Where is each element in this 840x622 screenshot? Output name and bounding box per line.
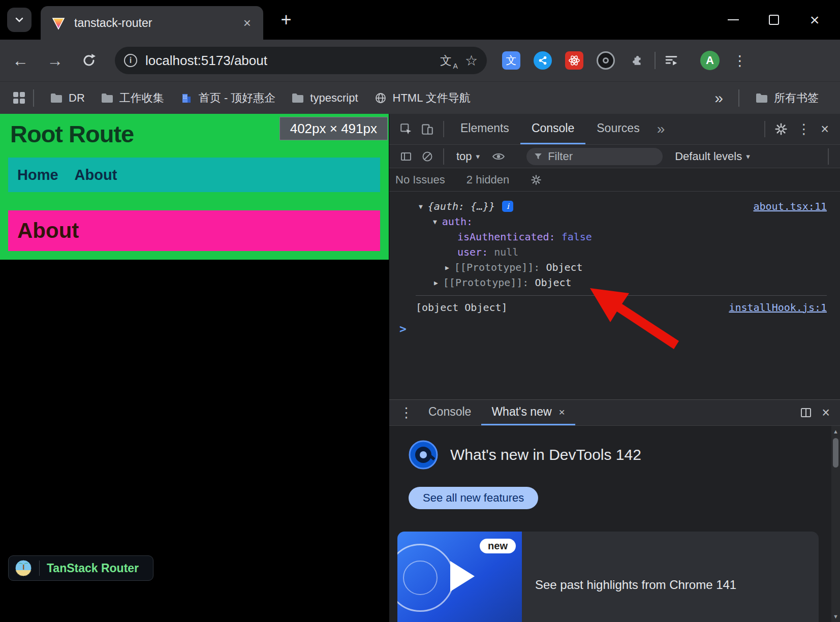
devtools-close-icon[interactable]: × [816, 121, 834, 137]
bookmark-star-icon[interactable]: ☆ [465, 52, 478, 69]
scrollbar-thumb[interactable] [833, 438, 838, 468]
url-text[interactable]: localhost:5173/about [145, 53, 432, 69]
prototype-key[interactable]: [[Prototype]]: [443, 276, 529, 289]
live-expression-eye-icon[interactable] [488, 146, 509, 167]
nav-link-home[interactable]: Home [17, 167, 58, 183]
hidden-messages-counter[interactable]: 2 hidden [466, 173, 509, 186]
console-prompt-row[interactable]: > [389, 321, 840, 336]
translate-extension-icon[interactable]: 文 [502, 51, 520, 70]
bookmark-item-work[interactable]: 工作收集 [93, 87, 172, 109]
split-panel-icon[interactable] [795, 402, 817, 423]
folder-icon [50, 93, 63, 103]
drawer-tab-console[interactable]: Console [418, 400, 481, 425]
extensions-puzzle-icon[interactable] [628, 51, 646, 70]
tab-search-button[interactable] [7, 8, 32, 32]
apps-grid-icon[interactable] [13, 92, 25, 104]
site-info-icon[interactable]: i [124, 54, 137, 67]
profile-avatar[interactable]: A [700, 51, 720, 70]
highlights-card[interactable]: new See past highlights from Chrome 141 [397, 532, 819, 622]
status-settings-gear-icon[interactable] [531, 174, 542, 185]
tanstack-router-devtools-badge[interactable]: TanStack Router [8, 555, 153, 581]
scroll-up-icon[interactable]: ▲ [833, 426, 838, 437]
new-tab-button[interactable]: + [273, 7, 299, 33]
clear-console-icon[interactable] [417, 146, 438, 167]
console-log-row: [object Object] installHook.js:1 [389, 300, 840, 315]
maximize-button[interactable] [754, 0, 794, 40]
whats-new-title: What's new in DevTools 142 [450, 446, 641, 463]
bookmark-item-html-nav[interactable]: HTML 文件导航 [366, 87, 479, 109]
url-bar[interactable]: i localhost:5173/about 文A ☆ [115, 47, 487, 74]
console-status-bar: No Issues 2 hidden [389, 168, 840, 192]
record-extension-icon[interactable] [597, 51, 615, 70]
console-filter[interactable] [526, 148, 663, 165]
devtools-settings-gear-icon[interactable] [770, 118, 792, 140]
media-playlist-icon[interactable] [664, 53, 679, 68]
react-devtools-extension-icon[interactable] [565, 51, 583, 70]
drawer-close-icon[interactable]: × [817, 405, 835, 421]
badge-divider [39, 561, 40, 576]
expand-open-icon[interactable]: ▼ [433, 218, 437, 226]
back-button[interactable]: ← [12, 51, 28, 70]
expand-open-icon[interactable]: ▼ [419, 203, 423, 210]
context-selector[interactable]: top ▾ [456, 150, 480, 163]
chevron-down-icon: ▾ [746, 152, 750, 161]
close-window-button[interactable]: × [794, 0, 835, 40]
close-tab-icon[interactable]: × [559, 406, 565, 418]
tab-close-icon[interactable]: × [241, 15, 253, 31]
bookmarks-separator [33, 89, 34, 107]
bookmark-all-bookmarks[interactable]: 所有书签 [748, 87, 827, 109]
share-extension-icon[interactable] [534, 51, 552, 70]
property-key[interactable]: auth: [442, 215, 473, 228]
source-location-link[interactable]: about.tsx:11 [754, 200, 827, 212]
highlights-card-image: new [397, 532, 522, 622]
bookmark-item-homepage[interactable]: 首页 - 顶好惠企 [172, 87, 284, 109]
console-output: ▼ {auth: {…}} i about.tsx:11 ▼ auth: isA… [389, 192, 840, 399]
filter-input[interactable] [548, 150, 656, 163]
whats-new-panel: What's new in DevTools 142 See all new f… [389, 426, 840, 622]
tab-sources[interactable]: Sources [585, 114, 650, 144]
info-badge-icon[interactable]: i [502, 201, 513, 212]
inspect-element-icon[interactable] [395, 118, 417, 140]
forward-button[interactable]: → [47, 51, 63, 70]
page-nav: Home About [8, 158, 380, 192]
devtools-tabbar: Elements Console Sources » ⋮ × [389, 114, 840, 145]
issues-counter[interactable]: No Issues [395, 173, 445, 186]
chevron-down-icon [13, 14, 25, 26]
levels-label: Default levels [675, 150, 742, 163]
expand-closed-icon[interactable]: ▶ [445, 264, 449, 271]
screenshot-root: { "colors": { "page_green": "#1bc849", "… [0, 0, 840, 622]
console-sidebar-toggle-icon[interactable] [395, 146, 417, 167]
see-all-new-features-button[interactable]: See all new features [409, 487, 538, 509]
bookmarks-overflow-chevron-icon[interactable]: » [707, 89, 730, 107]
bookmark-item-typescript[interactable]: typescript [284, 87, 366, 109]
prototype-key[interactable]: [[Prototype]]: [454, 261, 540, 273]
device-toolbar-icon[interactable] [417, 118, 438, 140]
object-preview[interactable]: {auth: {…}} [428, 200, 495, 212]
expand-closed-icon[interactable]: ▶ [434, 279, 438, 287]
tab-console[interactable]: Console [520, 114, 585, 144]
bookmark-label: 工作收集 [119, 90, 164, 106]
reload-button[interactable] [81, 53, 97, 68]
scrollbar[interactable]: ▲ ▼ [831, 426, 840, 622]
decorative-ring [397, 544, 454, 612]
drawer-tab-whats-new[interactable]: What's new × [481, 400, 575, 425]
translate-icon[interactable]: 文A [440, 53, 457, 69]
folder-icon [292, 93, 304, 103]
scroll-down-icon[interactable]: ▼ [833, 611, 838, 622]
more-tabs-chevron-icon[interactable]: » [651, 121, 671, 137]
source-location-link[interactable]: installHook.js:1 [729, 301, 827, 314]
devtools-menu-kebab-icon[interactable]: ⋮ [792, 121, 816, 137]
minimize-button[interactable] [713, 0, 754, 40]
whats-new-header: What's new in DevTools 142 [409, 440, 641, 470]
browser-menu-kebab-icon[interactable]: ⋮ [733, 52, 747, 69]
log-levels-selector[interactable]: Default levels ▾ [675, 150, 750, 163]
tabbar-separator [764, 121, 765, 137]
browser-titlebar: tanstack-router × + × [0, 0, 840, 40]
drawer-menu-kebab-icon[interactable]: ⋮ [394, 405, 418, 421]
bookmark-item-dr[interactable]: DR [42, 87, 93, 109]
nav-link-about[interactable]: About [75, 167, 117, 183]
window-controls: × [713, 0, 835, 40]
tab-elements[interactable]: Elements [449, 114, 520, 144]
web-page: Root Route 402px × 491px Home About Abou… [0, 114, 389, 622]
browser-tab[interactable]: tanstack-router × [41, 6, 263, 40]
